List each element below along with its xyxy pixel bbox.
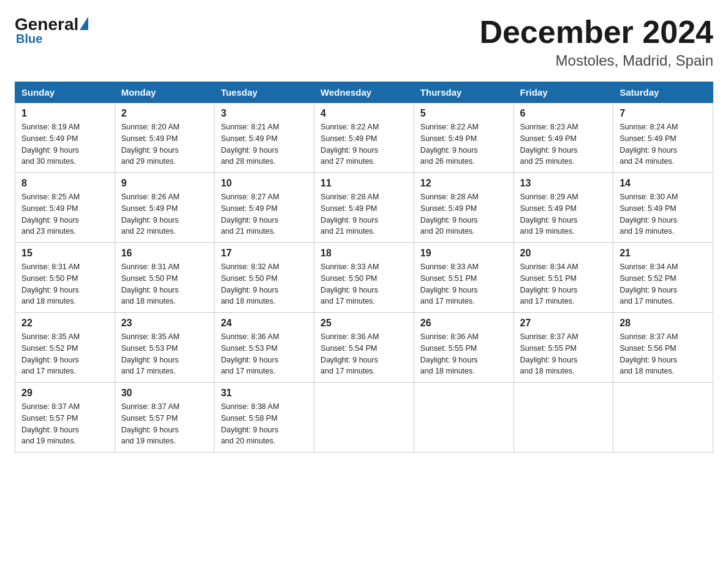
day-number: 21 [620,248,707,259]
calendar-cell: 30 Sunrise: 8:37 AM Sunset: 5:57 PM Dayl… [115,383,214,453]
logo-arrow-icon [80,17,88,30]
calendar-cell: 4 Sunrise: 8:22 AM Sunset: 5:49 PM Dayli… [314,103,414,173]
calendar-cell: 27 Sunrise: 8:37 AM Sunset: 5:55 PM Dayl… [514,313,613,383]
day-number: 27 [520,318,607,329]
calendar-week-3: 15 Sunrise: 8:31 AM Sunset: 5:50 PM Dayl… [15,243,713,313]
calendar-cell: 31 Sunrise: 8:38 AM Sunset: 5:58 PM Dayl… [214,383,314,453]
header-sunday: Sunday [15,82,115,103]
header-thursday: Thursday [414,82,514,103]
calendar-cell: 19 Sunrise: 8:33 AM Sunset: 5:51 PM Dayl… [414,243,514,313]
day-number: 16 [121,248,208,259]
day-info: Sunrise: 8:36 AM Sunset: 5:54 PM Dayligh… [320,331,408,377]
day-number: 17 [221,248,308,259]
calendar-cell: 23 Sunrise: 8:35 AM Sunset: 5:53 PM Dayl… [115,313,214,383]
calendar-cell: 6 Sunrise: 8:23 AM Sunset: 5:49 PM Dayli… [514,103,613,173]
header-tuesday: Tuesday [214,82,314,103]
day-info: Sunrise: 8:37 AM Sunset: 5:55 PM Dayligh… [520,331,607,377]
day-info: Sunrise: 8:29 AM Sunset: 5:49 PM Dayligh… [520,191,607,237]
day-number: 12 [420,178,507,189]
day-number: 11 [320,178,408,189]
calendar-week-1: 1 Sunrise: 8:19 AM Sunset: 5:49 PM Dayli… [15,103,713,173]
day-number: 19 [420,248,507,259]
calendar-cell [514,383,613,453]
calendar-table: SundayMondayTuesdayWednesdayThursdayFrid… [15,82,713,453]
calendar-cell: 20 Sunrise: 8:34 AM Sunset: 5:51 PM Dayl… [514,243,613,313]
calendar-cell: 25 Sunrise: 8:36 AM Sunset: 5:54 PM Dayl… [314,313,414,383]
page-header: General Blue December 2024 Mostoles, Mad… [15,15,713,69]
day-number: 10 [221,178,308,189]
calendar-cell: 16 Sunrise: 8:31 AM Sunset: 5:50 PM Dayl… [115,243,214,313]
day-number: 31 [221,388,308,399]
day-info: Sunrise: 8:21 AM Sunset: 5:49 PM Dayligh… [221,121,308,167]
calendar-week-5: 29 Sunrise: 8:37 AM Sunset: 5:57 PM Dayl… [15,383,713,453]
calendar-cell: 18 Sunrise: 8:33 AM Sunset: 5:50 PM Dayl… [314,243,414,313]
logo-blue-text: Blue [16,32,42,46]
day-number: 7 [620,108,707,119]
calendar-cell: 28 Sunrise: 8:37 AM Sunset: 5:56 PM Dayl… [613,313,713,383]
day-info: Sunrise: 8:26 AM Sunset: 5:49 PM Dayligh… [121,191,208,237]
calendar-cell: 3 Sunrise: 8:21 AM Sunset: 5:49 PM Dayli… [214,103,314,173]
day-info: Sunrise: 8:33 AM Sunset: 5:51 PM Dayligh… [420,261,507,307]
day-number: 25 [320,318,408,329]
calendar-cell: 14 Sunrise: 8:30 AM Sunset: 5:49 PM Dayl… [613,173,713,243]
calendar-week-4: 22 Sunrise: 8:35 AM Sunset: 5:52 PM Dayl… [15,313,713,383]
day-info: Sunrise: 8:25 AM Sunset: 5:49 PM Dayligh… [21,191,108,237]
calendar-cell: 5 Sunrise: 8:22 AM Sunset: 5:49 PM Dayli… [414,103,514,173]
calendar-cell [613,383,713,453]
day-number: 22 [21,318,108,329]
day-number: 24 [221,318,308,329]
header-monday: Monday [115,82,214,103]
day-info: Sunrise: 8:37 AM Sunset: 5:57 PM Dayligh… [121,401,208,447]
day-number: 1 [21,108,108,119]
day-info: Sunrise: 8:28 AM Sunset: 5:49 PM Dayligh… [320,191,408,237]
calendar-cell: 22 Sunrise: 8:35 AM Sunset: 5:52 PM Dayl… [15,313,115,383]
calendar-cell: 21 Sunrise: 8:34 AM Sunset: 5:52 PM Dayl… [613,243,713,313]
calendar-cell: 12 Sunrise: 8:28 AM Sunset: 5:49 PM Dayl… [414,173,514,243]
logo: General Blue [15,15,90,46]
day-info: Sunrise: 8:34 AM Sunset: 5:51 PM Dayligh… [520,261,607,307]
day-number: 5 [420,108,507,119]
title-block: December 2024 Mostoles, Madrid, Spain [479,15,713,69]
day-info: Sunrise: 8:37 AM Sunset: 5:56 PM Dayligh… [620,331,707,377]
calendar-cell: 9 Sunrise: 8:26 AM Sunset: 5:49 PM Dayli… [115,173,214,243]
day-info: Sunrise: 8:20 AM Sunset: 5:49 PM Dayligh… [121,121,208,167]
day-info: Sunrise: 8:23 AM Sunset: 5:49 PM Dayligh… [520,121,607,167]
calendar-cell: 24 Sunrise: 8:36 AM Sunset: 5:53 PM Dayl… [214,313,314,383]
header-friday: Friday [514,82,613,103]
day-number: 23 [121,318,208,329]
calendar-week-2: 8 Sunrise: 8:25 AM Sunset: 5:49 PM Dayli… [15,173,713,243]
day-info: Sunrise: 8:19 AM Sunset: 5:49 PM Dayligh… [21,121,108,167]
day-info: Sunrise: 8:24 AM Sunset: 5:49 PM Dayligh… [620,121,707,167]
calendar-header-row: SundayMondayTuesdayWednesdayThursdayFrid… [15,82,713,103]
calendar-cell: 8 Sunrise: 8:25 AM Sunset: 5:49 PM Dayli… [15,173,115,243]
day-info: Sunrise: 8:33 AM Sunset: 5:50 PM Dayligh… [320,261,408,307]
day-number: 28 [620,318,707,329]
day-number: 8 [21,178,108,189]
calendar-cell [414,383,514,453]
day-info: Sunrise: 8:34 AM Sunset: 5:52 PM Dayligh… [620,261,707,307]
day-number: 3 [221,108,308,119]
calendar-cell: 26 Sunrise: 8:36 AM Sunset: 5:55 PM Dayl… [414,313,514,383]
day-number: 14 [620,178,707,189]
day-info: Sunrise: 8:36 AM Sunset: 5:55 PM Dayligh… [420,331,507,377]
day-info: Sunrise: 8:35 AM Sunset: 5:53 PM Dayligh… [121,331,208,377]
day-info: Sunrise: 8:27 AM Sunset: 5:49 PM Dayligh… [221,191,308,237]
day-info: Sunrise: 8:37 AM Sunset: 5:57 PM Dayligh… [21,401,108,447]
day-info: Sunrise: 8:31 AM Sunset: 5:50 PM Dayligh… [21,261,108,307]
day-info: Sunrise: 8:32 AM Sunset: 5:50 PM Dayligh… [221,261,308,307]
calendar-cell: 29 Sunrise: 8:37 AM Sunset: 5:57 PM Dayl… [15,383,115,453]
calendar-cell: 15 Sunrise: 8:31 AM Sunset: 5:50 PM Dayl… [15,243,115,313]
day-number: 6 [520,108,607,119]
day-number: 29 [21,388,108,399]
month-title: December 2024 [479,15,713,50]
calendar-cell: 2 Sunrise: 8:20 AM Sunset: 5:49 PM Dayli… [115,103,214,173]
day-number: 2 [121,108,208,119]
day-info: Sunrise: 8:31 AM Sunset: 5:50 PM Dayligh… [121,261,208,307]
header-wednesday: Wednesday [314,82,414,103]
header-saturday: Saturday [613,82,713,103]
day-number: 30 [121,388,208,399]
calendar-cell: 1 Sunrise: 8:19 AM Sunset: 5:49 PM Dayli… [15,103,115,173]
day-info: Sunrise: 8:28 AM Sunset: 5:49 PM Dayligh… [420,191,507,237]
day-number: 4 [320,108,408,119]
day-number: 20 [520,248,607,259]
